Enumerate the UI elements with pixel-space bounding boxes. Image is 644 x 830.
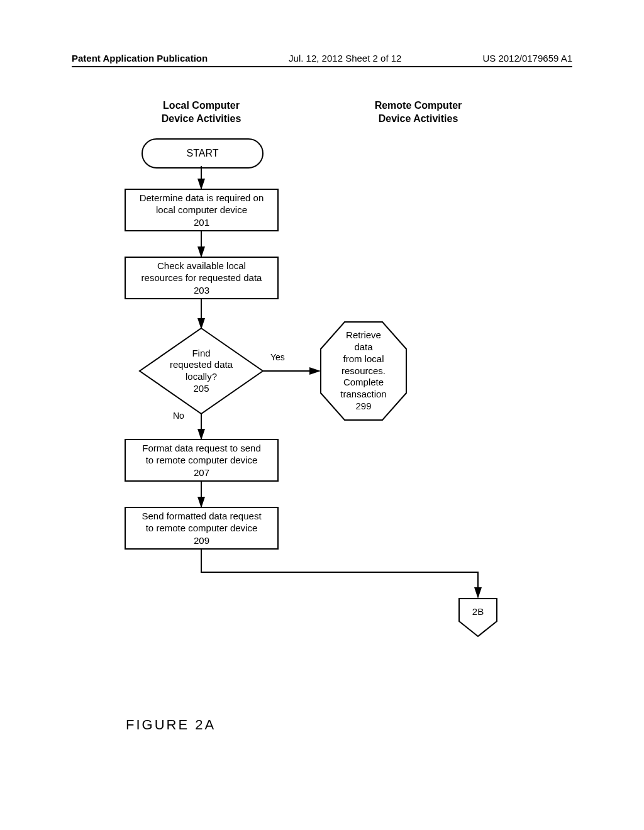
process-201-ref: 201: [194, 216, 209, 229]
process-207-text: Format data request to sendto remote com…: [142, 442, 260, 467]
flowchart: Local ComputerDevice Activities Remote C…: [94, 94, 553, 723]
terminal-299-text: Retrievedatafrom localresources.Complete…: [340, 329, 386, 401]
local-column-heading: Local ComputerDevice Activities: [132, 99, 270, 126]
remote-column-heading: Remote ComputerDevice Activities: [346, 99, 491, 126]
process-207: Format data request to sendto remote com…: [125, 439, 279, 482]
decision-205: Findrequested datalocally? 205: [138, 327, 264, 415]
process-209: Send formatted data requestto remote com…: [125, 507, 279, 550]
process-203-ref: 203: [194, 284, 209, 297]
edge-label-yes: Yes: [270, 352, 285, 362]
terminal-299: Retrievedatafrom localresources.Complete…: [319, 321, 408, 421]
process-203: Check available localresources for reque…: [125, 257, 279, 299]
header-right: US 2012/0179659 A1: [482, 53, 572, 64]
process-201-text: Determine data is required onlocal compu…: [140, 192, 264, 216]
process-209-ref: 209: [194, 534, 209, 547]
decision-205-ref: 205: [193, 383, 209, 395]
start-label: START: [187, 148, 219, 159]
process-201: Determine data is required onlocal compu…: [125, 189, 279, 231]
edge-label-no: No: [173, 411, 184, 421]
process-209-text: Send formatted data requestto remote com…: [142, 510, 261, 534]
terminal-299-ref: 299: [355, 401, 371, 412]
header-left: Patent Application Publication: [72, 53, 208, 64]
process-203-text: Check available localresources for reque…: [142, 260, 262, 284]
start-terminal: START: [142, 138, 264, 169]
process-207-ref: 207: [194, 467, 209, 479]
header-center: Jul. 12, 2012 Sheet 2 of 12: [289, 53, 401, 64]
offpage-label: 2B: [472, 606, 484, 617]
offpage-connector-2b: 2B: [458, 597, 498, 638]
decision-205-text: Findrequested datalocally?: [170, 348, 233, 383]
page-header: Patent Application Publication Jul. 12, …: [72, 53, 572, 67]
figure-label: FIGURE 2A: [126, 717, 216, 733]
